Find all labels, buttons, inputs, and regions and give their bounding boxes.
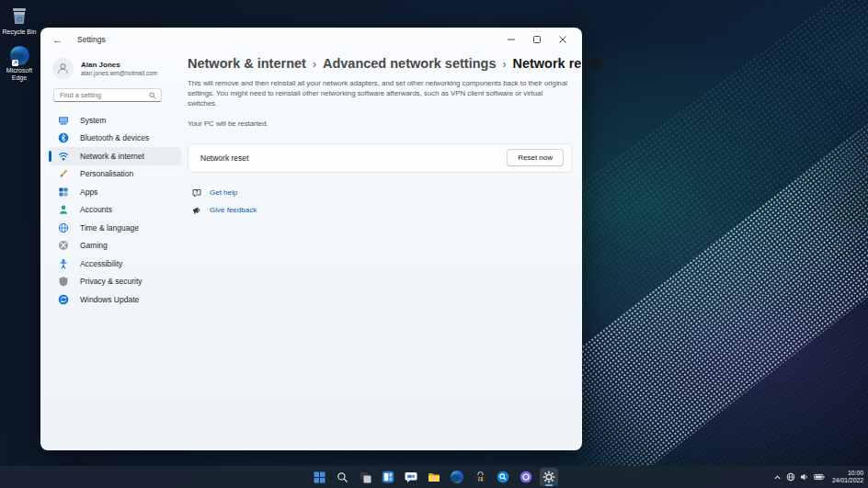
time-language-globe-icon [58, 222, 69, 233]
reset-now-button[interactable]: Reset now [507, 149, 564, 166]
sidebar-item-windows-update[interactable]: Windows Update [49, 290, 181, 309]
sidebar-item-accessibility[interactable]: Accessibility [49, 255, 181, 273]
bing-search-app-icon[interactable] [494, 468, 512, 486]
task-view-icon[interactable] [356, 468, 374, 486]
taskbar-search-icon[interactable] [333, 468, 351, 486]
user-email: alan.jones.wm@hotmail.com [81, 70, 157, 76]
edge-icon[interactable] [448, 468, 466, 486]
file-explorer-icon[interactable] [425, 468, 443, 486]
breadcrumb-advanced-network-settings[interactable]: Advanced network settings [323, 56, 497, 71]
desktop-icon-label: Microsoft Edge [0, 67, 39, 82]
sidebar-item-system[interactable]: System [49, 111, 181, 130]
taskbar: 10:00 24/01/2022 [0, 466, 868, 488]
svg-text:?: ? [196, 190, 199, 195]
hidden-icons-chevron-icon[interactable] [773, 473, 782, 482]
microsoft-store-icon[interactable] [471, 468, 489, 486]
recycle-bin-icon: ♻ [0, 5, 39, 27]
settings-search [53, 88, 162, 102]
system-icon [58, 115, 69, 126]
chat-icon[interactable] [402, 468, 420, 486]
sidebar-item-label: Accounts [80, 205, 112, 214]
maximize-button[interactable] [524, 28, 550, 51]
network-reset-label: Network reset [200, 153, 507, 163]
sidebar-item-label: Bluetooth & devices [80, 133, 149, 142]
user-name: Alan Jones [81, 61, 157, 69]
desktop-icon-microsoft-edge[interactable]: Microsoft Edge [0, 46, 39, 82]
sidebar-item-label: System [80, 116, 106, 125]
network-reset-card: Network reset Reset now [188, 143, 572, 173]
sidebar-item-label: Gaming [80, 241, 108, 250]
minimize-button[interactable] [498, 28, 524, 51]
back-button[interactable]: ← [52, 35, 63, 45]
clock-date: 24/01/2022 [832, 477, 863, 484]
sidebar-item-privacy-security[interactable]: Privacy & security [49, 273, 181, 291]
apps-icon [58, 187, 69, 198]
windows-update-icon [58, 294, 69, 305]
cortana-icon[interactable] [517, 468, 535, 486]
give-feedback-link[interactable]: Give feedback [192, 206, 570, 215]
sidebar-item-gaming[interactable]: Gaming [49, 237, 181, 255]
shortcut-arrow-icon [12, 60, 18, 66]
user-profile[interactable]: Alan Jones alan.jones.wm@hotmail.com [52, 58, 187, 79]
settings-app-icon[interactable] [540, 468, 558, 486]
volume-icon[interactable] [800, 472, 809, 482]
give-feedback-label: Give feedback [210, 206, 257, 214]
restart-note: Your PC will be restarted. [188, 119, 570, 128]
svg-text:♻: ♻ [16, 15, 23, 24]
sidebar-item-bluetooth-devices[interactable]: Bluetooth & devices [49, 130, 181, 148]
bluetooth-icon [58, 132, 69, 143]
sidebar-item-label: Accessibility [80, 259, 122, 268]
breadcrumb-network-internet[interactable]: Network & internet [188, 56, 306, 71]
get-help-icon: ? [192, 188, 201, 198]
breadcrumb-network-reset: Network reset [512, 56, 600, 71]
sidebar-item-label: Privacy & security [80, 277, 143, 286]
battery-icon[interactable] [814, 472, 825, 482]
breadcrumb: Network & internet › Advanced network se… [188, 56, 570, 71]
desktop-icon-label: Recycle Bin [0, 28, 39, 36]
personalisation-brush-icon [58, 168, 69, 179]
sidebar-item-network-internet[interactable]: Network & internet [49, 147, 181, 165]
sidebar-nav: System Bluetooth & devices [41, 111, 187, 309]
sidebar-item-label: Personalisation [80, 169, 133, 178]
desktop-icon-recycle-bin[interactable]: ♻ Recycle Bin [0, 5, 39, 36]
get-help-label: Get help [210, 188, 237, 197]
widgets-icon[interactable] [379, 468, 397, 486]
sidebar-item-label: Network & internet [80, 152, 144, 161]
accessibility-person-icon [58, 258, 69, 269]
window-titlebar: ← Settings [41, 28, 581, 51]
search-icon [149, 92, 156, 99]
close-button[interactable] [550, 28, 576, 51]
sidebar-item-accounts[interactable]: Accounts [49, 201, 181, 220]
settings-window: ← Settings Alan Jones alan. [40, 28, 582, 450]
help-links: ? Get help Give feedback [188, 188, 570, 215]
sidebar-item-personalisation[interactable]: Personalisation [49, 165, 181, 184]
page-description: This will remove and then reinstall all … [188, 79, 570, 109]
sidebar-item-apps[interactable]: Apps [49, 183, 181, 201]
avatar-icon [52, 58, 74, 79]
sidebar-item-label: Time & language [80, 223, 139, 233]
feedback-megaphone-icon [192, 206, 201, 215]
system-tray: 10:00 24/01/2022 [773, 466, 863, 488]
settings-main-pane: Network & internet › Advanced network se… [188, 51, 570, 449]
clock-time: 10:00 [832, 470, 863, 477]
privacy-shield-icon [58, 276, 69, 287]
start-button[interactable] [310, 468, 328, 486]
window-title: Settings [77, 35, 106, 44]
sidebar-item-label: Apps [80, 187, 97, 197]
taskbar-center-icons [310, 466, 558, 488]
sidebar-item-time-language[interactable]: Time & language [49, 219, 181, 237]
breadcrumb-separator: › [502, 58, 506, 71]
wifi-icon [58, 151, 69, 162]
gaming-xbox-icon [58, 240, 69, 251]
settings-sidebar: Alan Jones alan.jones.wm@hotmail.com [41, 51, 187, 449]
accounts-person-icon [58, 204, 69, 215]
network-globe-icon[interactable] [786, 472, 795, 482]
search-input[interactable] [54, 91, 149, 99]
taskbar-clock[interactable]: 10:00 24/01/2022 [832, 470, 863, 485]
wallpaper-speckle-band [568, 246, 868, 488]
get-help-link[interactable]: ? Get help [192, 188, 570, 198]
sidebar-item-label: Windows Update [80, 295, 139, 304]
breadcrumb-separator: › [313, 58, 316, 71]
